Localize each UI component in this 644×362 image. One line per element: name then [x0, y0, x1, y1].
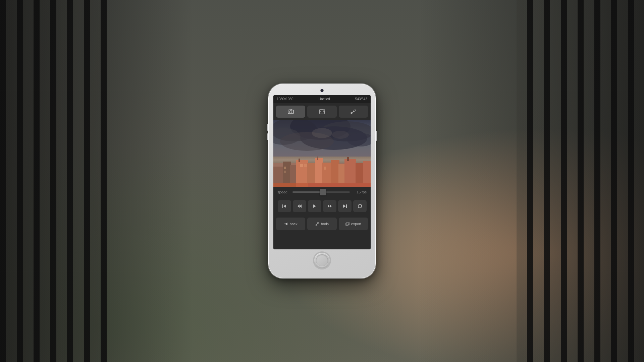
svg-marker-50	[298, 204, 300, 208]
skip-back-button[interactable]	[278, 200, 291, 212]
project-title: Untitled	[319, 97, 330, 101]
front-camera	[321, 89, 323, 92]
tab-row	[273, 103, 371, 120]
svg-rect-45	[296, 183, 308, 187]
svg-marker-52	[313, 204, 316, 208]
home-button-inner	[316, 254, 328, 266]
svg-rect-48	[282, 204, 283, 208]
svg-rect-42	[300, 164, 303, 167]
screen-topbar: 1080x1080 Untitled 543/543	[273, 95, 371, 103]
svg-rect-26	[283, 162, 291, 187]
svg-rect-33	[338, 164, 345, 187]
speed-value: 15 fps	[353, 190, 367, 194]
svg-rect-40	[284, 167, 286, 169]
city-svg	[273, 150, 371, 187]
svg-marker-57	[361, 204, 362, 205]
export-icon	[345, 222, 350, 226]
tools-label: tools	[321, 222, 329, 226]
speed-thumb[interactable]	[320, 189, 326, 195]
svg-point-22	[312, 128, 332, 138]
svg-rect-38	[317, 157, 318, 160]
fence-right	[517, 0, 644, 362]
fast-forward-button[interactable]	[323, 200, 336, 212]
svg-point-5	[322, 111, 322, 112]
back-label: back	[290, 222, 298, 226]
svg-rect-30	[315, 158, 323, 187]
svg-rect-47	[308, 183, 371, 187]
svg-rect-55	[346, 204, 347, 208]
svg-rect-31	[322, 163, 332, 187]
home-button[interactable]	[314, 253, 330, 268]
speed-row: speed 15 fps	[273, 187, 371, 197]
speed-label: speed	[277, 190, 289, 194]
tab-camera[interactable]	[276, 106, 305, 118]
svg-marker-49	[283, 204, 286, 208]
tab-frames[interactable]	[307, 106, 336, 118]
play-button[interactable]	[308, 200, 321, 212]
svg-rect-44	[324, 167, 326, 170]
volume-down-button	[267, 133, 268, 140]
export-button[interactable]: export	[339, 218, 368, 230]
svg-marker-53	[328, 204, 330, 208]
export-label: export	[351, 222, 362, 226]
svg-marker-51	[300, 204, 302, 208]
svg-marker-58	[358, 207, 359, 208]
preview-area	[273, 120, 371, 187]
back-icon	[284, 222, 288, 226]
tools-button[interactable]: tools	[307, 218, 336, 230]
svg-rect-34	[344, 159, 356, 187]
svg-rect-41	[284, 171, 286, 173]
svg-point-1	[289, 111, 292, 113]
svg-rect-43	[304, 164, 307, 167]
fence-left	[0, 0, 107, 362]
volume-up-button	[267, 124, 268, 131]
svg-rect-46	[273, 183, 296, 187]
svg-point-23	[332, 131, 349, 139]
svg-rect-36	[363, 161, 371, 187]
svg-rect-60	[284, 224, 287, 224]
action-row: back tools	[273, 215, 371, 234]
svg-rect-35	[356, 163, 364, 187]
svg-marker-54	[330, 204, 332, 208]
resolution-label: 1080x1080	[277, 97, 293, 101]
phone-screen: 1080x1080 Untitled 543/543	[273, 95, 371, 249]
skip-forward-button[interactable]	[338, 200, 352, 212]
svg-marker-56	[343, 204, 346, 208]
frame-counter: 543/543	[355, 97, 367, 101]
power-button	[376, 131, 377, 141]
phone-wrapper: 1080x1080 Untitled 543/543	[268, 84, 376, 278]
transport-row	[273, 197, 371, 215]
speed-track[interactable]	[292, 191, 350, 193]
loop-button[interactable]	[353, 200, 367, 212]
rewind-button[interactable]	[293, 200, 306, 212]
tab-path[interactable]	[339, 106, 368, 118]
back-button[interactable]: back	[276, 218, 305, 230]
svg-rect-29	[307, 163, 316, 187]
svg-rect-39	[347, 157, 349, 161]
svg-rect-37	[299, 159, 300, 162]
phone-device: 1080x1080 Untitled 543/543	[268, 84, 376, 278]
tools-icon	[315, 222, 319, 226]
svg-rect-32	[331, 160, 339, 187]
svg-point-3	[292, 111, 293, 111]
